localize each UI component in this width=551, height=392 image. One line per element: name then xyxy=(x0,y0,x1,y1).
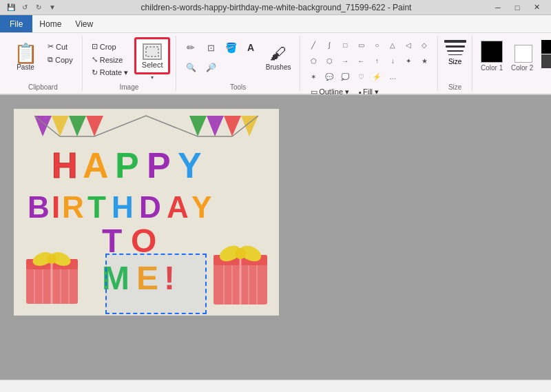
zoom-tool[interactable]: 🔎 xyxy=(202,59,220,76)
shape-star5[interactable]: ★ xyxy=(417,53,432,68)
tools-row-1: ✏ ⊡ 🪣 A xyxy=(182,39,260,56)
shape-callout2[interactable]: 💭 xyxy=(337,69,353,84)
svg-text:P: P xyxy=(147,145,171,185)
shape-star6[interactable]: ✶ xyxy=(306,69,321,84)
shape-more[interactable]: … xyxy=(385,69,400,84)
svg-text:A: A xyxy=(167,190,189,224)
select-dropdown[interactable]: ▾ xyxy=(149,74,156,81)
color1-button[interactable]: Color 1 xyxy=(478,37,506,77)
shape-line[interactable]: ╱ xyxy=(306,37,321,52)
image-group: ⊡ Crop ⤡ Resize ↻ Rotate ▾ xyxy=(83,36,176,91)
svg-text:D: D xyxy=(139,190,161,224)
save-icon[interactable]: 💾 xyxy=(6,2,17,13)
shape-curve[interactable]: ∫ xyxy=(322,37,337,52)
ribbon: 📋 Paste ✂ Cut ⧉ Copy Clipboard ⊡ C xyxy=(0,33,551,95)
pencil-tool[interactable]: ✏ xyxy=(182,39,200,56)
shape-pentagon[interactable]: ⬠ xyxy=(306,53,321,68)
shape-rtriangle[interactable]: ◁ xyxy=(401,37,416,52)
menu-home[interactable]: Home xyxy=(32,15,68,32)
canvas-area[interactable]: H A P P Y B I R T H D A Y T O M E ! xyxy=(0,95,551,380)
colors-group: Color 1 Color 2 Colors xyxy=(472,36,551,91)
status-bar xyxy=(0,380,551,392)
svg-text:I: I xyxy=(52,190,60,224)
size-line-4 xyxy=(448,54,462,55)
shape-star4[interactable]: ✦ xyxy=(401,53,416,68)
size-lines xyxy=(444,40,466,55)
cut-icon: ✂ xyxy=(48,42,54,51)
crop-icon: ⊡ xyxy=(92,42,98,51)
shape-lightning[interactable]: ⚡ xyxy=(369,69,384,84)
brushes-button[interactable]: 🖌 Brushes xyxy=(262,37,294,77)
minimize-button[interactable]: ─ xyxy=(489,0,507,15)
paste-icon: 📋 xyxy=(14,44,38,63)
menu-bar: File Home View xyxy=(0,15,551,33)
image-label: Image xyxy=(88,83,170,91)
shape-ellipse[interactable]: ○ xyxy=(369,37,384,52)
clipboard-small-btns: ✂ Cut ⧉ Copy xyxy=(44,37,76,66)
color-swatches xyxy=(541,40,551,68)
shape-rect[interactable]: □ xyxy=(337,37,353,52)
fill-tool[interactable]: 🪣 xyxy=(222,39,240,56)
size-line-1 xyxy=(444,40,466,43)
tools-row-2: 🔍 🔎 xyxy=(182,59,260,76)
svg-text:T: T xyxy=(102,223,122,259)
svg-text:B: B xyxy=(28,190,50,224)
image-canvas[interactable]: H A P P Y B I R T H D A Y T O M E ! xyxy=(14,109,279,316)
redo-icon[interactable]: ↻ xyxy=(33,2,44,13)
image-svg: H A P P Y B I R T H D A Y T O M E ! xyxy=(14,109,279,316)
size-button[interactable]: Size xyxy=(442,37,468,68)
color2-button[interactable]: Color 2 xyxy=(508,37,536,77)
shape-arrow-d[interactable]: ↓ xyxy=(385,53,400,68)
title-bar: 💾 ↺ ↻ ▼ children-s-words-happy-birthday-… xyxy=(0,0,551,15)
close-button[interactable]: ✕ xyxy=(528,0,545,15)
color-picker-tool[interactable]: 🔍 xyxy=(182,59,200,76)
shapes-group: ╱ ∫ □ ▭ ○ △ ◁ ◇ ⬠ ⬡ → ← ↑ ↓ ✦ ★ xyxy=(300,36,438,91)
cut-button[interactable]: ✂ Cut xyxy=(44,40,76,53)
size-line-3 xyxy=(447,50,464,52)
colors-label: Colors xyxy=(478,83,551,91)
paste-button[interactable]: 📋 Paste xyxy=(10,37,41,77)
text-tool[interactable]: A xyxy=(242,39,260,56)
copy-button[interactable]: ⧉ Copy xyxy=(44,53,76,66)
svg-rect-0 xyxy=(146,47,158,56)
tools-label: Tools xyxy=(182,83,294,91)
shape-roundrect[interactable]: ▭ xyxy=(353,37,368,52)
maximize-button[interactable]: □ xyxy=(508,0,526,15)
eraser-tool[interactable]: ⊡ xyxy=(202,39,220,56)
shape-diamond[interactable]: ◇ xyxy=(417,37,432,52)
svg-point-43 xyxy=(235,248,246,259)
color1-swatch xyxy=(481,41,503,63)
dropdown-icon[interactable]: ▼ xyxy=(47,2,58,13)
window-controls[interactable]: ─ □ ✕ xyxy=(489,0,545,15)
svg-text:M: M xyxy=(102,260,129,296)
quick-access-icons: 💾 ↺ ↻ ▼ xyxy=(6,2,58,13)
menu-view[interactable]: View xyxy=(68,15,100,32)
menu-file[interactable]: File xyxy=(0,15,32,32)
resize-button[interactable]: ⤡ Resize xyxy=(88,53,132,66)
clipboard-group: 📋 Paste ✂ Cut ⧉ Copy Clipboard xyxy=(4,36,83,91)
select-icon xyxy=(143,43,162,60)
shape-arrow-u[interactable]: ↑ xyxy=(369,53,384,68)
rotate-button[interactable]: ↻ Rotate ▾ xyxy=(88,66,132,79)
shape-arrow-r[interactable]: → xyxy=(337,53,353,68)
svg-text:O: O xyxy=(131,223,156,259)
shape-hexagon[interactable]: ⬡ xyxy=(322,53,337,68)
shape-arrow-l[interactable]: ← xyxy=(353,53,368,68)
undo-icon[interactable]: ↺ xyxy=(19,2,30,13)
select-button[interactable]: Select xyxy=(134,37,170,74)
svg-text:E: E xyxy=(136,260,158,296)
image-small-btns: ⊡ Crop ⤡ Resize ↻ Rotate ▾ xyxy=(88,37,132,79)
shape-callout1[interactable]: 💬 xyxy=(322,69,337,84)
svg-text:H: H xyxy=(52,145,78,185)
color-swatch-10[interactable] xyxy=(541,54,551,68)
rotate-icon: ↻ xyxy=(92,68,98,77)
size-group: Size Size xyxy=(438,36,472,91)
shapes-grid: ╱ ∫ □ ▭ ○ △ ◁ ◇ ⬠ ⬡ → ← ↑ ↓ ✦ ★ xyxy=(306,37,432,84)
shape-heart[interactable]: ♡ xyxy=(353,69,368,84)
svg-point-33 xyxy=(47,254,56,264)
svg-text:A: A xyxy=(83,145,109,185)
color-swatch-0[interactable] xyxy=(541,40,551,54)
window-title: children-s-words-happy-birthday-me-white… xyxy=(63,3,489,12)
shape-triangle[interactable]: △ xyxy=(385,37,400,52)
crop-button[interactable]: ⊡ Crop xyxy=(88,40,132,53)
